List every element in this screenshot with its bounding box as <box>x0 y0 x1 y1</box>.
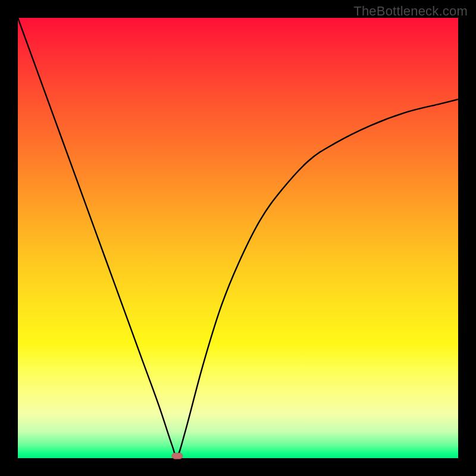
chart-canvas: TheBottleneck.com <box>0 0 476 476</box>
minimum-marker-icon <box>172 453 183 459</box>
plot-area <box>18 18 458 458</box>
watermark-text: TheBottleneck.com <box>353 4 468 19</box>
curve-path <box>18 18 458 456</box>
bottleneck-curve <box>18 18 458 458</box>
